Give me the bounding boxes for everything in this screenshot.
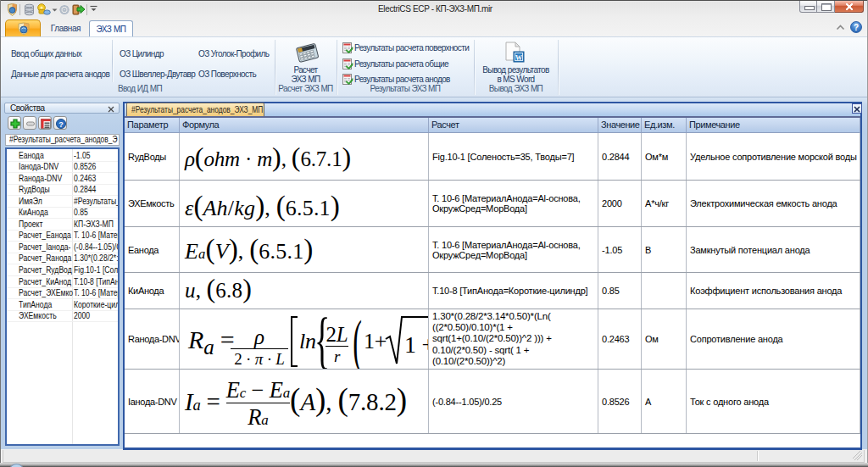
svg-text:1 +: 1 + bbox=[404, 331, 429, 358]
svg-text:?: ? bbox=[58, 120, 64, 129]
svg-text:W: W bbox=[515, 54, 522, 62]
